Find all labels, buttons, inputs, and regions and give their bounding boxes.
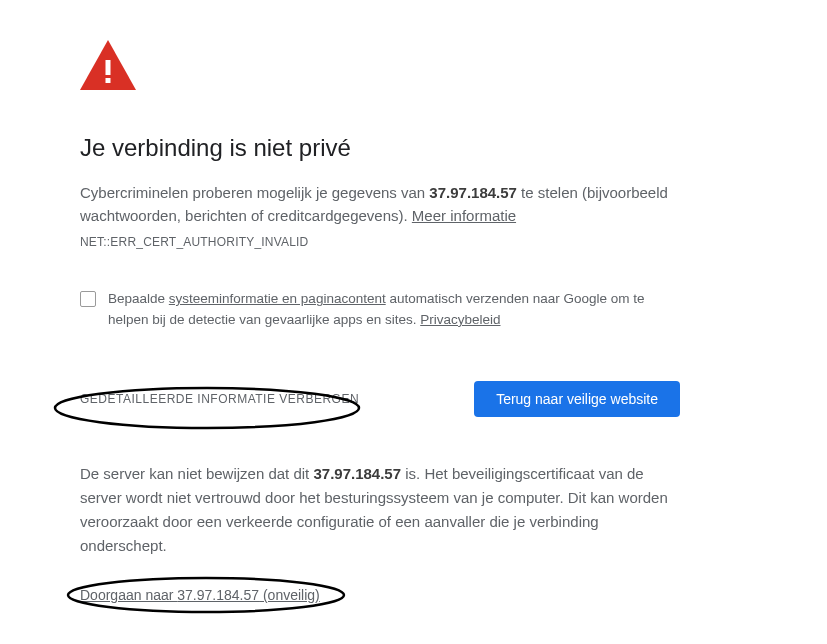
privacy-policy-link[interactable]: Privacybeleid: [420, 312, 500, 327]
opt-in-label: Bepaalde systeeminformatie en paginacont…: [108, 289, 680, 331]
hide-details-button[interactable]: GEDETAILLEERDE INFORMATIE VERBERGEN: [80, 386, 359, 412]
proceed-after: (onveilig): [259, 587, 320, 603]
ssl-interstitial: Je verbinding is niet privé Cybercrimine…: [0, 0, 760, 604]
opt-in-checkbox[interactable]: [80, 291, 96, 307]
proceed-unsafe-link[interactable]: Doorgaan naar 37.97.184.57 (onveilig): [80, 587, 320, 603]
optin-before: Bepaalde: [108, 291, 169, 306]
desc-text-before: Cybercriminelen proberen mogelijk je geg…: [80, 184, 429, 201]
svg-rect-1: [106, 60, 111, 75]
svg-rect-2: [106, 78, 111, 83]
details-before: De server kan niet bewijzen dat dit: [80, 465, 313, 482]
button-row: GEDETAILLEERDE INFORMATIE VERBERGEN Teru…: [80, 381, 680, 417]
details-host: 37.97.184.57: [313, 465, 401, 482]
opt-in-row: Bepaalde systeeminformatie en paginacont…: [80, 289, 680, 331]
warning-description: Cybercriminelen proberen mogelijk je geg…: [80, 182, 680, 227]
error-code: NET::ERR_CERT_AUTHORITY_INVALID: [80, 235, 680, 249]
details-explanation: De server kan niet bewijzen dat dit 37.9…: [80, 462, 680, 558]
proceed-before: Doorgaan naar: [80, 587, 177, 603]
hostname: 37.97.184.57: [429, 184, 517, 201]
system-info-link[interactable]: systeeminformatie en paginacontent: [169, 291, 386, 306]
proceed-host: 37.97.184.57: [177, 587, 259, 603]
back-to-safety-button[interactable]: Terug naar veilige website: [474, 381, 680, 417]
page-title: Je verbinding is niet privé: [80, 134, 680, 162]
warning-triangle-icon: [80, 40, 680, 94]
learn-more-link[interactable]: Meer informatie: [412, 207, 516, 224]
